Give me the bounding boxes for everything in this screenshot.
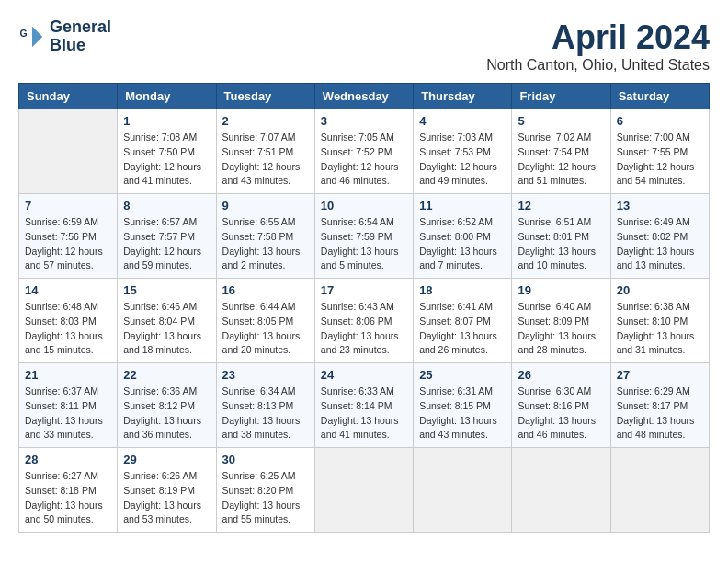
calendar-cell: 16Sunrise: 6:44 AMSunset: 8:05 PMDayligh… <box>216 279 314 363</box>
day-info: Sunrise: 6:44 AMSunset: 8:05 PMDaylight:… <box>222 300 309 358</box>
svg-text:G: G <box>20 28 28 39</box>
day-number: 21 <box>25 368 111 382</box>
day-number: 17 <box>321 283 407 297</box>
calendar-cell: 19Sunrise: 6:40 AMSunset: 8:09 PMDayligh… <box>512 279 610 363</box>
calendar-cell: 18Sunrise: 6:41 AMSunset: 8:07 PMDayligh… <box>414 279 512 363</box>
calendar-cell: 12Sunrise: 6:51 AMSunset: 8:01 PMDayligh… <box>512 194 610 279</box>
calendar-cell: 29Sunrise: 6:26 AMSunset: 8:19 PMDayligh… <box>118 448 216 533</box>
day-number: 20 <box>617 283 703 297</box>
calendar-cell: 21Sunrise: 6:37 AMSunset: 8:11 PMDayligh… <box>19 363 118 448</box>
calendar-week-row: 7Sunrise: 6:59 AMSunset: 7:56 PMDaylight… <box>19 194 710 279</box>
day-info: Sunrise: 6:34 AMSunset: 8:13 PMDaylight:… <box>222 385 309 442</box>
day-info: Sunrise: 7:05 AMSunset: 7:52 PMDaylight:… <box>321 131 407 189</box>
calendar-cell: 22Sunrise: 6:36 AMSunset: 8:12 PMDayligh… <box>118 363 216 448</box>
calendar-week-row: 14Sunrise: 6:48 AMSunset: 8:03 PMDayligh… <box>19 279 710 363</box>
calendar-cell: 9Sunrise: 6:55 AMSunset: 7:58 PMDaylight… <box>216 194 314 279</box>
day-info: Sunrise: 6:25 AMSunset: 8:20 PMDaylight:… <box>222 469 309 527</box>
day-number: 30 <box>222 453 309 466</box>
day-number: 2 <box>222 114 309 128</box>
calendar-cell: 13Sunrise: 6:49 AMSunset: 8:02 PMDayligh… <box>610 194 709 279</box>
day-info: Sunrise: 7:07 AMSunset: 7:51 PMDaylight:… <box>222 131 309 189</box>
logo-icon: G <box>18 23 46 51</box>
month-title: April 2024 <box>486 18 710 57</box>
logo: G General Blue <box>18 18 111 55</box>
day-info: Sunrise: 7:08 AMSunset: 7:50 PMDaylight:… <box>123 131 210 189</box>
day-info: Sunrise: 6:55 AMSunset: 7:58 PMDaylight:… <box>222 215 309 273</box>
calendar-cell <box>314 448 413 533</box>
calendar-cell: 2Sunrise: 7:07 AMSunset: 7:51 PMDaylight… <box>216 109 314 194</box>
calendar-cell: 10Sunrise: 6:54 AMSunset: 7:59 PMDayligh… <box>314 194 413 279</box>
day-number: 19 <box>518 283 604 297</box>
column-header-tuesday: Tuesday <box>216 84 314 109</box>
calendar-cell: 24Sunrise: 6:33 AMSunset: 8:14 PMDayligh… <box>314 363 413 448</box>
calendar-cell: 1Sunrise: 7:08 AMSunset: 7:50 PMDaylight… <box>118 109 216 194</box>
day-number: 4 <box>419 114 506 128</box>
day-info: Sunrise: 6:36 AMSunset: 8:12 PMDaylight:… <box>123 385 210 442</box>
day-number: 29 <box>123 453 210 466</box>
column-header-monday: Monday <box>118 84 216 109</box>
day-info: Sunrise: 6:59 AMSunset: 7:56 PMDaylight:… <box>25 215 111 273</box>
day-number: 27 <box>617 368 703 382</box>
column-header-friday: Friday <box>512 84 610 109</box>
day-number: 24 <box>321 368 407 382</box>
calendar-cell <box>414 448 512 533</box>
day-info: Sunrise: 6:49 AMSunset: 8:02 PMDaylight:… <box>617 215 703 273</box>
day-info: Sunrise: 6:43 AMSunset: 8:06 PMDaylight:… <box>321 300 407 358</box>
day-number: 22 <box>123 368 210 382</box>
day-number: 1 <box>123 114 210 128</box>
day-number: 3 <box>321 114 407 128</box>
day-info: Sunrise: 6:37 AMSunset: 8:11 PMDaylight:… <box>25 385 111 442</box>
calendar-cell: 17Sunrise: 6:43 AMSunset: 8:06 PMDayligh… <box>314 279 413 363</box>
calendar-cell: 25Sunrise: 6:31 AMSunset: 8:15 PMDayligh… <box>414 363 512 448</box>
calendar-week-row: 1Sunrise: 7:08 AMSunset: 7:50 PMDaylight… <box>19 109 710 194</box>
day-number: 10 <box>321 199 407 213</box>
day-number: 13 <box>617 199 703 213</box>
day-info: Sunrise: 7:00 AMSunset: 7:55 PMDaylight:… <box>617 131 703 189</box>
day-info: Sunrise: 6:40 AMSunset: 8:09 PMDaylight:… <box>518 300 604 358</box>
day-info: Sunrise: 6:29 AMSunset: 8:17 PMDaylight:… <box>617 385 703 442</box>
day-info: Sunrise: 6:38 AMSunset: 8:10 PMDaylight:… <box>617 300 703 358</box>
title-area: April 2024 North Canton, Ohio, United St… <box>486 18 710 74</box>
day-info: Sunrise: 6:30 AMSunset: 8:16 PMDaylight:… <box>518 385 604 442</box>
day-number: 18 <box>419 283 506 297</box>
calendar-cell: 8Sunrise: 6:57 AMSunset: 7:57 PMDaylight… <box>118 194 216 279</box>
calendar-cell: 4Sunrise: 7:03 AMSunset: 7:53 PMDaylight… <box>414 109 512 194</box>
day-info: Sunrise: 6:26 AMSunset: 8:19 PMDaylight:… <box>123 469 210 527</box>
day-info: Sunrise: 6:27 AMSunset: 8:18 PMDaylight:… <box>25 469 111 527</box>
calendar-cell: 6Sunrise: 7:00 AMSunset: 7:55 PMDaylight… <box>610 109 709 194</box>
calendar-cell: 26Sunrise: 6:30 AMSunset: 8:16 PMDayligh… <box>512 363 610 448</box>
calendar-cell <box>512 448 610 533</box>
day-info: Sunrise: 6:51 AMSunset: 8:01 PMDaylight:… <box>518 215 604 273</box>
calendar-cell: 15Sunrise: 6:46 AMSunset: 8:04 PMDayligh… <box>118 279 216 363</box>
calendar-cell: 30Sunrise: 6:25 AMSunset: 8:20 PMDayligh… <box>216 448 314 533</box>
calendar-cell: 23Sunrise: 6:34 AMSunset: 8:13 PMDayligh… <box>216 363 314 448</box>
calendar-cell: 28Sunrise: 6:27 AMSunset: 8:18 PMDayligh… <box>19 448 118 533</box>
svg-marker-1 <box>32 27 42 48</box>
calendar-cell: 11Sunrise: 6:52 AMSunset: 8:00 PMDayligh… <box>414 194 512 279</box>
calendar-week-row: 21Sunrise: 6:37 AMSunset: 8:11 PMDayligh… <box>19 363 710 448</box>
calendar-table: SundayMondayTuesdayWednesdayThursdayFrid… <box>18 83 710 533</box>
column-header-wednesday: Wednesday <box>314 84 413 109</box>
column-header-sunday: Sunday <box>19 84 118 109</box>
logo-line1: General <box>50 18 111 37</box>
day-number: 16 <box>222 283 309 297</box>
day-number: 8 <box>123 199 210 213</box>
logo-text: General Blue <box>50 18 111 55</box>
day-info: Sunrise: 6:48 AMSunset: 8:03 PMDaylight:… <box>25 300 111 358</box>
calendar-cell: 27Sunrise: 6:29 AMSunset: 8:17 PMDayligh… <box>610 363 709 448</box>
day-number: 7 <box>25 199 111 213</box>
logo-line2: Blue <box>50 37 111 55</box>
day-info: Sunrise: 6:52 AMSunset: 8:00 PMDaylight:… <box>419 215 506 273</box>
day-number: 9 <box>222 199 309 213</box>
column-header-thursday: Thursday <box>414 84 512 109</box>
calendar-cell: 14Sunrise: 6:48 AMSunset: 8:03 PMDayligh… <box>19 279 118 363</box>
day-number: 5 <box>518 114 604 128</box>
location-title: North Canton, Ohio, United States <box>486 57 710 74</box>
day-number: 28 <box>25 453 111 466</box>
day-number: 15 <box>123 283 210 297</box>
calendar-week-row: 28Sunrise: 6:27 AMSunset: 8:18 PMDayligh… <box>19 448 710 533</box>
day-info: Sunrise: 6:41 AMSunset: 8:07 PMDaylight:… <box>419 300 506 358</box>
column-header-saturday: Saturday <box>610 84 709 109</box>
day-number: 25 <box>419 368 506 382</box>
calendar-header-row: SundayMondayTuesdayWednesdayThursdayFrid… <box>19 84 710 109</box>
